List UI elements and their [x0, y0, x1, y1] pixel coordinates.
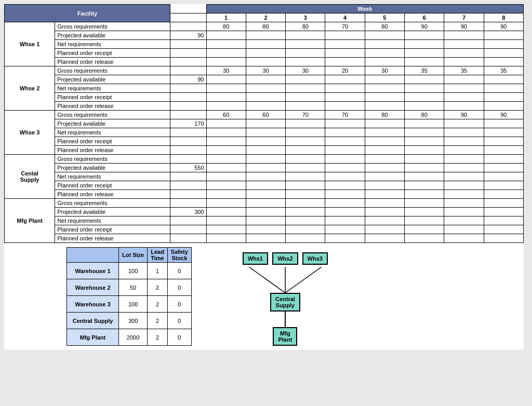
- value-0-2-7: [484, 40, 523, 49]
- value-1-0-0: 30: [206, 66, 246, 75]
- proj-avail-2-0: [170, 111, 206, 119]
- value-3-4-7: [484, 190, 523, 199]
- value-4-0-6: [444, 199, 484, 208]
- value-0-0-5: 90: [405, 22, 444, 31]
- value-0-2-0: [206, 40, 246, 49]
- value-1-2-6: [444, 84, 484, 93]
- value-3-2-3: [325, 172, 365, 181]
- value-4-4-1: [246, 234, 285, 243]
- proj-avail-col-header: [170, 13, 206, 22]
- value-1-4-4: [365, 102, 404, 111]
- value-3-3-1: [246, 181, 285, 190]
- value-4-1-0: [206, 208, 246, 216]
- week-4-header: 4: [325, 13, 365, 22]
- value-3-2-2: [286, 172, 325, 181]
- value-3-0-3: [325, 155, 365, 164]
- proj-avail-1-0: [170, 66, 206, 75]
- info-label-1: Warehouse 2: [67, 279, 119, 296]
- value-0-3-2: [286, 49, 325, 58]
- value-3-3-7: [484, 181, 523, 190]
- lead-time-2: 2: [148, 296, 168, 313]
- value-1-4-2: [286, 102, 325, 111]
- value-3-0-4: [365, 155, 404, 164]
- proj-avail-3-2: [170, 172, 206, 181]
- row-label-1-4: Planned order release: [55, 102, 170, 111]
- row-label-0-2: Net requirements: [55, 40, 170, 49]
- value-2-4-3: [325, 146, 365, 155]
- value-1-2-0: [206, 84, 246, 93]
- proj-avail-4-1: 300: [170, 208, 206, 216]
- value-1-3-5: [405, 93, 444, 102]
- proj-avail-0-1: 90: [170, 31, 206, 40]
- value-2-0-6: 90: [444, 111, 484, 119]
- value-2-3-3: [325, 137, 365, 146]
- row-label-1-3: Planned order receipt: [55, 93, 170, 102]
- value-4-2-4: [365, 216, 404, 225]
- row-label-0-0: Gross requirements: [55, 22, 170, 31]
- value-3-4-3: [325, 190, 365, 199]
- value-2-2-3: [325, 128, 365, 137]
- value-1-3-6: [444, 93, 484, 102]
- value-0-4-6: [444, 58, 484, 66]
- value-1-1-2: [286, 75, 325, 84]
- value-4-1-7: [484, 208, 523, 216]
- proj-avail-4-2: [170, 216, 206, 225]
- value-0-0-2: 80: [286, 22, 325, 31]
- value-0-1-2: [286, 31, 325, 40]
- safety-stock-1: 0: [167, 279, 191, 296]
- value-0-3-0: [206, 49, 246, 58]
- week-7-header: 7: [444, 13, 484, 22]
- value-2-0-0: 60: [206, 111, 246, 119]
- lot-size-3: 300: [119, 313, 148, 329]
- proj-avail-2-4: [170, 146, 206, 155]
- proj-avail-2-3: [170, 137, 206, 146]
- week-3-header: 3: [286, 13, 325, 22]
- lot-size-1: 50: [119, 279, 148, 296]
- value-3-0-0: [206, 155, 246, 164]
- row-label-2-0: Gross requirements: [55, 111, 170, 119]
- value-1-3-0: [206, 93, 246, 102]
- value-1-0-1: 30: [246, 66, 285, 75]
- value-2-1-7: [484, 119, 523, 128]
- value-3-3-4: [365, 181, 404, 190]
- value-0-2-3: [325, 40, 365, 49]
- value-1-2-7: [484, 84, 523, 93]
- proj-avail-1-1: 90: [170, 75, 206, 84]
- proj-avail-0-0: [170, 22, 206, 31]
- value-2-0-4: 80: [365, 111, 404, 119]
- value-3-2-1: [246, 172, 285, 181]
- value-0-3-7: [484, 49, 523, 58]
- value-2-4-4: [365, 146, 404, 155]
- value-4-3-0: [206, 225, 246, 234]
- value-4-3-6: [444, 225, 484, 234]
- row-label-3-3: Planned order receipt: [55, 181, 170, 190]
- mfg-plant-box: Mfg Plant: [273, 327, 297, 346]
- value-4-0-2: [286, 199, 325, 208]
- value-3-4-0: [206, 190, 246, 199]
- value-4-3-2: [286, 225, 325, 234]
- value-1-4-5: [405, 102, 444, 111]
- value-3-0-7: [484, 155, 523, 164]
- value-0-4-3: [325, 58, 365, 66]
- value-2-3-5: [405, 137, 444, 146]
- value-2-4-0: [206, 146, 246, 155]
- safety-stock-0: 0: [167, 263, 191, 279]
- whs1-box: Whs1: [243, 252, 268, 265]
- value-1-3-2: [286, 93, 325, 102]
- value-0-1-7: [484, 31, 523, 40]
- value-3-0-6: [444, 155, 484, 164]
- value-2-3-7: [484, 137, 523, 146]
- value-4-4-3: [325, 234, 365, 243]
- value-2-3-1: [246, 137, 285, 146]
- value-3-1-6: [444, 164, 484, 172]
- value-4-2-7: [484, 216, 523, 225]
- value-1-4-7: [484, 102, 523, 111]
- value-4-3-7: [484, 225, 523, 234]
- value-3-1-2: [286, 164, 325, 172]
- value-4-2-0: [206, 216, 246, 225]
- lead-time-header: LeadTime: [148, 248, 168, 263]
- svg-line-0: [249, 267, 285, 293]
- value-4-0-3: [325, 199, 365, 208]
- value-1-1-4: [365, 75, 404, 84]
- value-0-1-5: [405, 31, 444, 40]
